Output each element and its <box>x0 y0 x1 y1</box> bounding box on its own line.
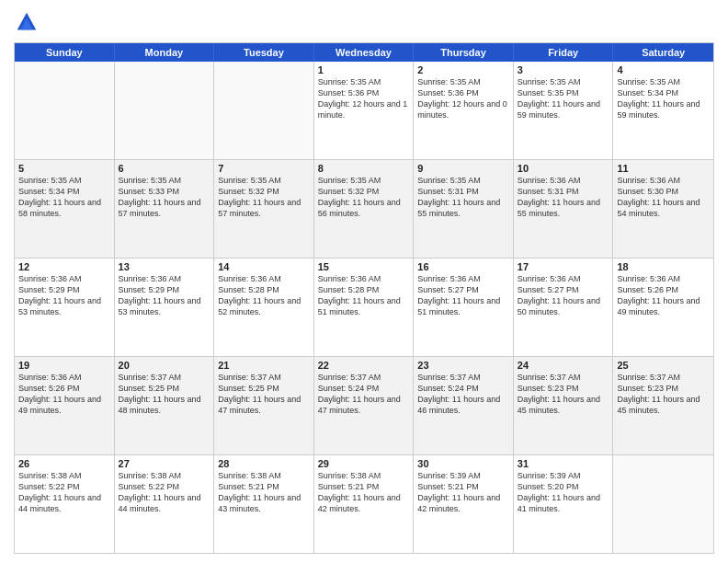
cell-text: Sunrise: 5:35 AM Sunset: 5:34 PM Dayligh… <box>18 175 110 220</box>
header-day-wednesday: Wednesday <box>314 43 415 62</box>
calendar-cell-15: 15Sunrise: 5:36 AM Sunset: 5:28 PM Dayli… <box>314 259 415 356</box>
cell-text: Sunrise: 5:36 AM Sunset: 5:31 PM Dayligh… <box>518 175 609 220</box>
calendar-header: SundayMondayTuesdayWednesdayThursdayFrid… <box>15 43 713 62</box>
header-day-sunday: Sunday <box>15 43 115 62</box>
calendar-body: 1Sunrise: 5:35 AM Sunset: 5:36 PM Daylig… <box>15 62 713 553</box>
calendar-cell-21: 21Sunrise: 5:37 AM Sunset: 5:25 PM Dayli… <box>214 357 314 454</box>
cell-text: Sunrise: 5:38 AM Sunset: 5:21 PM Dayligh… <box>318 470 410 515</box>
cell-text: Sunrise: 5:35 AM Sunset: 5:36 PM Dayligh… <box>318 76 410 121</box>
calendar-cell-13: 13Sunrise: 5:36 AM Sunset: 5:29 PM Dayli… <box>115 259 215 356</box>
calendar-cell-19: 19Sunrise: 5:36 AM Sunset: 5:26 PM Dayli… <box>15 357 115 454</box>
calendar-cell-1: 1Sunrise: 5:35 AM Sunset: 5:36 PM Daylig… <box>314 62 415 159</box>
day-number: 12 <box>18 261 110 272</box>
page: SundayMondayTuesdayWednesdayThursdayFrid… <box>0 0 728 563</box>
day-number: 21 <box>218 360 310 371</box>
day-number: 3 <box>518 64 609 75</box>
day-number: 17 <box>518 261 609 272</box>
cell-text: Sunrise: 5:36 AM Sunset: 5:29 PM Dayligh… <box>18 273 110 318</box>
cell-text: Sunrise: 5:36 AM Sunset: 5:27 PM Dayligh… <box>417 273 509 318</box>
cell-text: Sunrise: 5:36 AM Sunset: 5:28 PM Dayligh… <box>318 273 410 318</box>
day-number: 26 <box>18 458 110 469</box>
day-number: 5 <box>18 163 110 174</box>
day-number: 6 <box>119 163 210 174</box>
calendar-cell-empty-0-2 <box>214 62 314 159</box>
calendar-cell-30: 30Sunrise: 5:39 AM Sunset: 5:21 PM Dayli… <box>414 455 514 553</box>
calendar-cell-14: 14Sunrise: 5:36 AM Sunset: 5:28 PM Dayli… <box>214 259 314 356</box>
header-day-monday: Monday <box>115 43 215 62</box>
day-number: 22 <box>318 360 410 371</box>
header-day-saturday: Saturday <box>613 43 713 62</box>
cell-text: Sunrise: 5:38 AM Sunset: 5:21 PM Dayligh… <box>218 470 310 515</box>
cell-text: Sunrise: 5:36 AM Sunset: 5:26 PM Dayligh… <box>18 372 110 417</box>
day-number: 28 <box>218 458 310 469</box>
cell-text: Sunrise: 5:37 AM Sunset: 5:24 PM Dayligh… <box>318 372 410 417</box>
calendar-cell-4: 4Sunrise: 5:35 AM Sunset: 5:34 PM Daylig… <box>613 62 713 159</box>
day-number: 11 <box>617 163 710 174</box>
header-day-friday: Friday <box>514 43 614 62</box>
day-number: 2 <box>417 64 509 75</box>
calendar-cell-7: 7Sunrise: 5:35 AM Sunset: 5:32 PM Daylig… <box>214 160 314 258</box>
day-number: 19 <box>18 360 110 371</box>
day-number: 16 <box>417 261 509 272</box>
cell-text: Sunrise: 5:35 AM Sunset: 5:32 PM Dayligh… <box>318 175 410 220</box>
calendar-cell-25: 25Sunrise: 5:37 AM Sunset: 5:23 PM Dayli… <box>613 357 713 454</box>
calendar-cell-28: 28Sunrise: 5:38 AM Sunset: 5:21 PM Dayli… <box>214 455 314 553</box>
calendar-cell-11: 11Sunrise: 5:36 AM Sunset: 5:30 PM Dayli… <box>613 160 713 258</box>
cell-text: Sunrise: 5:36 AM Sunset: 5:29 PM Dayligh… <box>119 273 210 318</box>
day-number: 14 <box>218 261 310 272</box>
day-number: 30 <box>417 458 509 469</box>
day-number: 27 <box>119 458 210 469</box>
calendar-cell-16: 16Sunrise: 5:36 AM Sunset: 5:27 PM Dayli… <box>414 259 514 356</box>
calendar-cell-empty-4-6 <box>613 455 713 553</box>
calendar-cell-20: 20Sunrise: 5:37 AM Sunset: 5:25 PM Dayli… <box>115 357 215 454</box>
cell-text: Sunrise: 5:38 AM Sunset: 5:22 PM Dayligh… <box>18 470 110 515</box>
day-number: 25 <box>617 360 710 371</box>
calendar: SundayMondayTuesdayWednesdayThursdayFrid… <box>14 42 714 554</box>
day-number: 24 <box>518 360 609 371</box>
calendar-cell-22: 22Sunrise: 5:37 AM Sunset: 5:24 PM Dayli… <box>314 357 415 454</box>
calendar-cell-12: 12Sunrise: 5:36 AM Sunset: 5:29 PM Dayli… <box>15 259 115 356</box>
day-number: 13 <box>119 261 210 272</box>
day-number: 18 <box>617 261 710 272</box>
calendar-cell-29: 29Sunrise: 5:38 AM Sunset: 5:21 PM Dayli… <box>314 455 415 553</box>
cell-text: Sunrise: 5:35 AM Sunset: 5:31 PM Dayligh… <box>417 175 509 220</box>
cell-text: Sunrise: 5:35 AM Sunset: 5:35 PM Dayligh… <box>518 76 609 121</box>
day-number: 20 <box>119 360 210 371</box>
calendar-row-1: 5Sunrise: 5:35 AM Sunset: 5:34 PM Daylig… <box>15 159 713 258</box>
cell-text: Sunrise: 5:37 AM Sunset: 5:24 PM Dayligh… <box>417 372 509 417</box>
day-number: 1 <box>318 64 410 75</box>
calendar-cell-5: 5Sunrise: 5:35 AM Sunset: 5:34 PM Daylig… <box>15 160 115 258</box>
day-number: 4 <box>617 64 710 75</box>
day-number: 9 <box>417 163 509 174</box>
calendar-cell-23: 23Sunrise: 5:37 AM Sunset: 5:24 PM Dayli… <box>414 357 514 454</box>
header-day-thursday: Thursday <box>414 43 514 62</box>
cell-text: Sunrise: 5:37 AM Sunset: 5:25 PM Dayligh… <box>218 372 310 417</box>
calendar-cell-6: 6Sunrise: 5:35 AM Sunset: 5:33 PM Daylig… <box>115 160 215 258</box>
calendar-cell-31: 31Sunrise: 5:39 AM Sunset: 5:20 PM Dayli… <box>514 455 614 553</box>
header <box>14 9 714 35</box>
cell-text: Sunrise: 5:36 AM Sunset: 5:26 PM Dayligh… <box>617 273 710 318</box>
cell-text: Sunrise: 5:37 AM Sunset: 5:23 PM Dayligh… <box>617 372 710 417</box>
cell-text: Sunrise: 5:36 AM Sunset: 5:27 PM Dayligh… <box>518 273 609 318</box>
day-number: 7 <box>218 163 310 174</box>
cell-text: Sunrise: 5:37 AM Sunset: 5:23 PM Dayligh… <box>518 372 609 417</box>
day-number: 15 <box>318 261 410 272</box>
calendar-cell-17: 17Sunrise: 5:36 AM Sunset: 5:27 PM Dayli… <box>514 259 614 356</box>
calendar-cell-26: 26Sunrise: 5:38 AM Sunset: 5:22 PM Dayli… <box>15 455 115 553</box>
calendar-cell-8: 8Sunrise: 5:35 AM Sunset: 5:32 PM Daylig… <box>314 160 415 258</box>
cell-text: Sunrise: 5:39 AM Sunset: 5:21 PM Dayligh… <box>417 470 509 515</box>
calendar-row-0: 1Sunrise: 5:35 AM Sunset: 5:36 PM Daylig… <box>15 62 713 159</box>
logo <box>14 9 43 35</box>
cell-text: Sunrise: 5:38 AM Sunset: 5:22 PM Dayligh… <box>119 470 210 515</box>
day-number: 23 <box>417 360 509 371</box>
calendar-cell-27: 27Sunrise: 5:38 AM Sunset: 5:22 PM Dayli… <box>115 455 215 553</box>
cell-text: Sunrise: 5:37 AM Sunset: 5:25 PM Dayligh… <box>119 372 210 417</box>
calendar-cell-2: 2Sunrise: 5:35 AM Sunset: 5:36 PM Daylig… <box>414 62 514 159</box>
calendar-row-4: 26Sunrise: 5:38 AM Sunset: 5:22 PM Dayli… <box>15 454 713 553</box>
calendar-cell-empty-0-1 <box>115 62 215 159</box>
day-number: 29 <box>318 458 410 469</box>
calendar-cell-9: 9Sunrise: 5:35 AM Sunset: 5:31 PM Daylig… <box>414 160 514 258</box>
header-day-tuesday: Tuesday <box>214 43 314 62</box>
calendar-cell-empty-0-0 <box>15 62 115 159</box>
cell-text: Sunrise: 5:36 AM Sunset: 5:28 PM Dayligh… <box>218 273 310 318</box>
